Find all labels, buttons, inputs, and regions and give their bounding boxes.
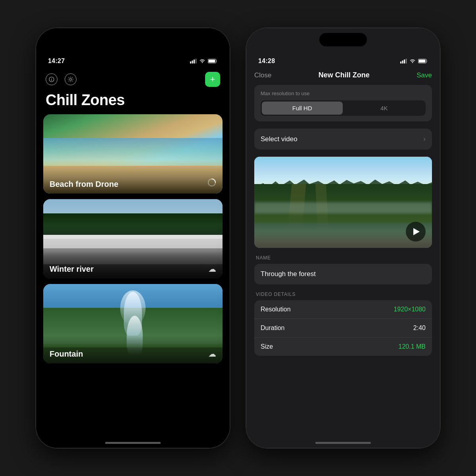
right-content: Max resolution to use Full HD 4K Select … (246, 85, 440, 448)
right-header: Close New Chill Zone Save (246, 68, 440, 85)
dynamic-island-right (319, 33, 367, 46)
status-time-right: 14:28 (258, 58, 275, 65)
signal-icon-right (400, 59, 407, 63)
details-card: Resolution 1920×1080 Duration 2:40 Size … (254, 300, 432, 356)
wifi-icon (199, 59, 205, 63)
resolution-segment: Full HD 4K (261, 100, 426, 116)
card-fountain[interactable]: Fountain ☁ (43, 284, 223, 363)
video-preview[interactable] (254, 157, 432, 248)
resolution-section: Max resolution to use Full HD 4K (254, 85, 432, 121)
chevron-right-icon: › (423, 135, 426, 143)
detail-key-resolution: Resolution (261, 306, 291, 313)
card-overlay-winter: Winter river ☁ (43, 251, 223, 278)
detail-value-duration: 2:40 (413, 324, 426, 332)
svg-point-8 (70, 79, 72, 81)
settings-button[interactable] (65, 73, 77, 85)
name-section: NAME Through the forest (254, 255, 432, 284)
select-video-row[interactable]: Select video › (254, 129, 432, 150)
detail-key-size: Size (261, 343, 273, 350)
status-bar-right: 14:28 (246, 49, 440, 68)
save-button[interactable]: Save (416, 71, 432, 79)
add-icon: + (210, 74, 215, 84)
left-screen: 14:27 (36, 28, 230, 448)
app-toolbar: i + (36, 68, 230, 90)
signal-icon (190, 59, 197, 63)
svg-text:i: i (51, 78, 52, 82)
svg-rect-0 (190, 61, 191, 63)
detail-value-resolution: 1920×1080 (393, 306, 426, 313)
home-bar-right (315, 442, 371, 444)
detail-row-duration: Duration 2:40 (254, 319, 432, 337)
name-label: NAME (254, 255, 432, 261)
name-field[interactable]: Through the forest (254, 264, 432, 284)
card-label-beach: Beach from Drone (50, 180, 118, 189)
svg-rect-13 (406, 59, 407, 63)
details-section: VIDEO DETAILS Resolution 1920×1080 Durat… (254, 292, 432, 356)
select-video-label: Select video (261, 135, 298, 143)
detail-key-duration: Duration (261, 324, 284, 332)
dynamic-island-left (109, 33, 157, 46)
details-label: VIDEO DETAILS (254, 292, 432, 297)
app-title: Chill Zones (36, 90, 230, 114)
battery-icon-right (418, 59, 428, 63)
status-icons-right (400, 59, 428, 63)
close-button[interactable]: Close (254, 71, 271, 79)
right-screen: 14:28 (246, 28, 440, 448)
cloud-icon-fountain: ☁ (208, 349, 216, 359)
play-button[interactable] (406, 222, 426, 242)
info-icon: i (49, 77, 54, 82)
svg-rect-2 (194, 60, 195, 63)
svg-rect-10 (400, 61, 401, 63)
card-overlay-fountain: Fountain ☁ (43, 336, 223, 363)
resolution-label: Max resolution to use (261, 90, 426, 96)
card-label-fountain: Fountain (50, 349, 83, 359)
toolbar-icons: i (46, 73, 77, 85)
card-winter[interactable]: Winter river ☁ (43, 199, 223, 278)
card-beach[interactable]: Beach from Drone (43, 114, 223, 194)
card-label-winter: Winter river (50, 265, 94, 274)
cards-list: Beach from Drone (36, 114, 230, 363)
svg-rect-1 (192, 61, 193, 64)
info-button[interactable]: i (46, 73, 58, 85)
svg-rect-12 (404, 60, 405, 63)
home-bar-left (105, 442, 161, 444)
detail-value-size: 120.1 MB (399, 343, 426, 350)
svg-rect-15 (419, 60, 426, 63)
svg-rect-11 (402, 61, 403, 64)
gear-icon (67, 76, 74, 83)
resolution-4k[interactable]: 4K (344, 102, 425, 115)
svg-rect-3 (196, 59, 197, 63)
screen-title: New Chill Zone (319, 71, 370, 79)
name-value: Through the forest (261, 270, 316, 278)
battery-icon (208, 59, 218, 63)
left-phone: 14:27 (36, 28, 230, 448)
wifi-icon-right (409, 59, 416, 63)
detail-row-resolution: Resolution 1920×1080 (254, 300, 432, 319)
play-icon (413, 228, 420, 235)
status-bar-left: 14:27 (36, 49, 230, 68)
resolution-fullhd[interactable]: Full HD (262, 102, 343, 115)
status-icons-left (190, 59, 218, 63)
forest-background (254, 157, 432, 248)
status-time-left: 14:27 (48, 58, 65, 65)
cloud-icon-winter: ☁ (208, 264, 216, 274)
card-overlay-beach: Beach from Drone (43, 166, 223, 194)
svg-rect-5 (209, 60, 215, 63)
right-phone: 14:28 (246, 28, 440, 448)
loading-icon-beach (207, 178, 216, 189)
add-button[interactable]: + (205, 72, 220, 87)
detail-row-size: Size 120.1 MB (254, 337, 432, 356)
